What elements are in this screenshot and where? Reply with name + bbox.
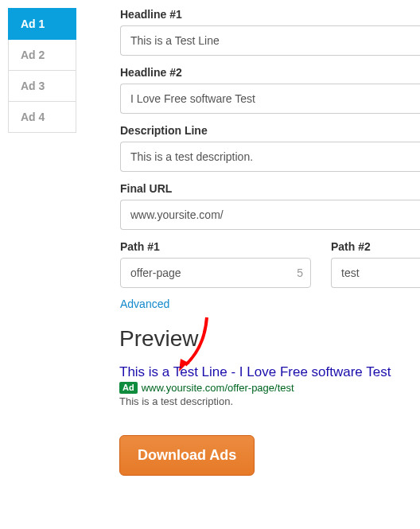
ad-tabs: Ad 1 Ad 2 Ad 3 Ad 4	[8, 8, 76, 310]
ad-badge: Ad	[119, 382, 138, 394]
final-url-label: Final URL	[120, 182, 420, 195]
tab-ad-3[interactable]: Ad 3	[8, 71, 76, 102]
preview-headline: This is a Test Line - I Love Free softwa…	[119, 364, 420, 380]
tab-ad-4[interactable]: Ad 4	[8, 102, 76, 133]
preview-url: www.yoursite.com/offer-page/test	[142, 382, 294, 394]
path1-counter: 5	[297, 266, 311, 279]
preview-description: This is a test description.	[119, 395, 420, 407]
headline1-input[interactable]	[120, 25, 420, 56]
path1-label: Path #1	[120, 240, 311, 253]
path1-input[interactable]	[120, 258, 311, 288]
path2-label: Path #2	[331, 240, 420, 253]
tab-ad-2[interactable]: Ad 2	[8, 40, 76, 71]
download-ads-button[interactable]: Download Ads	[119, 435, 255, 476]
description-label: Description Line	[120, 124, 420, 137]
description-input[interactable]	[120, 142, 420, 172]
tab-ad-1[interactable]: Ad 1	[8, 8, 76, 40]
path2-input[interactable]	[331, 258, 420, 288]
ad-form: Headline #1 Headline #2 Description Line…	[120, 8, 420, 310]
headline2-label: Headline #2	[120, 66, 420, 79]
headline1-label: Headline #1	[120, 8, 420, 21]
headline2-input[interactable]	[120, 84, 420, 114]
preview-title: Preview	[119, 326, 420, 352]
final-url-input[interactable]	[120, 200, 420, 230]
advanced-link[interactable]: Advanced	[120, 298, 169, 310]
